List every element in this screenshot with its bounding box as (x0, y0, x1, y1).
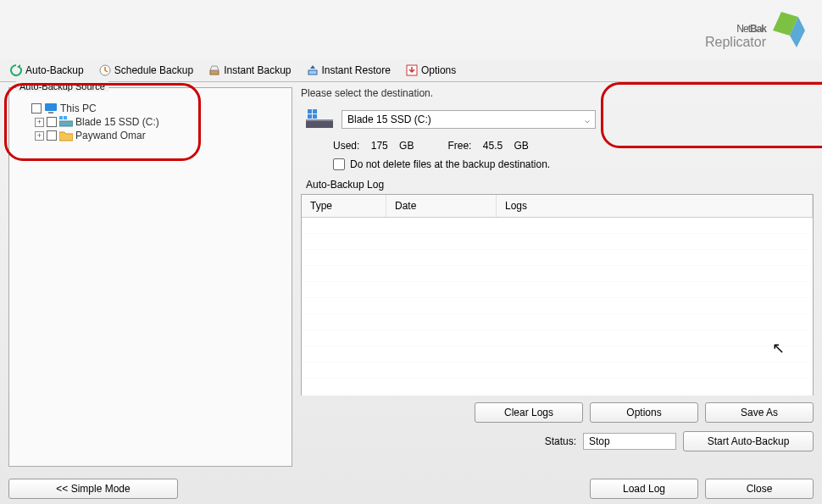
svg-rect-13 (308, 109, 312, 114)
toolbar-auto-backup[interactable]: Auto-Backup (7, 63, 87, 78)
log-table-header: Type Date Logs (302, 195, 813, 218)
logo-text-2: Bak (750, 23, 766, 35)
svg-rect-15 (308, 114, 312, 119)
highlight-annotation (601, 82, 822, 148)
toolbar-instant-backup[interactable]: Instant Backup (205, 63, 294, 78)
clock-icon (99, 64, 111, 76)
svg-rect-3 (210, 70, 219, 75)
free-value: 45.5 (483, 140, 503, 152)
close-button[interactable]: Close (705, 479, 814, 499)
restore-icon (307, 64, 319, 76)
checkbox-icon[interactable] (333, 158, 345, 170)
start-auto-backup-button[interactable]: Start Auto-Backup (683, 431, 814, 451)
checkbox-label: Do not delete files at the backup destin… (350, 158, 550, 170)
toolbar-instant-restore[interactable]: Instant Restore (303, 63, 394, 78)
toolbar-label: Schedule Backup (114, 64, 193, 76)
app-header: NetBak Replicator (0, 0, 822, 59)
free-unit: GB (514, 140, 528, 152)
destination-select[interactable]: Blade 15 SSD (C:) ⌵ (342, 110, 596, 129)
disk-icon (208, 64, 220, 76)
svg-rect-14 (313, 109, 317, 114)
destination-panel: Please select the destination. Blade 15 … (301, 87, 814, 467)
source-panel: Auto-Backup Source This PC + Blade 15 SS… (8, 87, 292, 467)
logo-subtitle: Replicator (705, 35, 766, 50)
logo-icon (773, 12, 805, 47)
load-log-button[interactable]: Load Log (590, 479, 698, 499)
chevron-down-icon: ⌵ (585, 115, 590, 125)
toolbar-label: Options (421, 64, 456, 76)
log-table-body[interactable] (302, 218, 813, 396)
log-table: Type Date Logs (301, 194, 814, 396)
main-area: Auto-Backup Source This PC + Blade 15 SS… (0, 82, 822, 472)
col-logs[interactable]: Logs (497, 195, 813, 217)
save-as-button[interactable]: Save As (705, 402, 814, 423)
svg-rect-12 (306, 119, 333, 121)
toolbar-options[interactable]: Options (403, 63, 459, 78)
svg-rect-4 (308, 70, 317, 75)
options-button[interactable]: Options (590, 402, 698, 423)
col-type[interactable]: Type (302, 195, 386, 217)
status-value: Stop (583, 433, 676, 450)
used-label: Used: (333, 140, 359, 152)
toolbar-label: Instant Restore (322, 64, 391, 76)
download-icon (406, 64, 418, 76)
toolbar-label: Auto-Backup (25, 64, 84, 76)
used-unit: GB (399, 140, 414, 152)
log-section-title: Auto-Backup Log (301, 179, 814, 191)
simple-mode-button[interactable]: << Simple Mode (8, 479, 178, 499)
svg-rect-16 (313, 114, 317, 119)
drive-windows-icon (306, 109, 333, 130)
refresh-icon (10, 64, 22, 76)
free-label: Free: (447, 140, 471, 152)
selected-drive-label: Blade 15 SSD (C:) (347, 114, 431, 125)
svg-rect-11 (306, 121, 333, 128)
col-date[interactable]: Date (386, 195, 497, 217)
toolbar-schedule-backup[interactable]: Schedule Backup (96, 63, 197, 78)
logo-text-1: Net (736, 23, 750, 35)
status-label: Status: (545, 435, 576, 447)
clear-logs-button[interactable]: Clear Logs (475, 402, 583, 423)
main-toolbar: Auto-Backup Schedule Backup Instant Back… (0, 59, 822, 82)
toolbar-label: Instant Backup (224, 64, 291, 76)
used-value: 175 (371, 140, 388, 152)
highlight-annotation (4, 83, 201, 161)
logo: NetBak Replicator (705, 9, 766, 50)
no-delete-option[interactable]: Do not delete files at the backup destin… (301, 158, 814, 170)
footer: << Simple Mode Load Log Close (8, 479, 814, 499)
